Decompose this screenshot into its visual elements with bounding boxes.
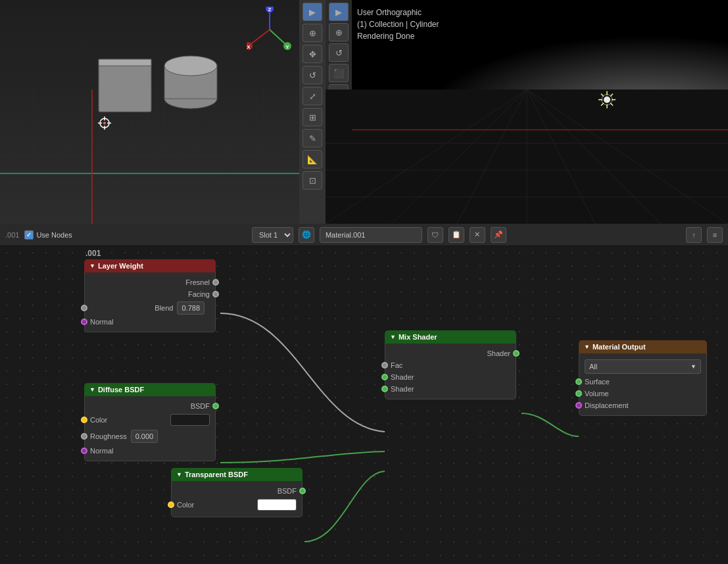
new-material-icon[interactable]: 📋 <box>449 227 464 243</box>
rotate-icon[interactable]: ↺ <box>303 66 322 84</box>
normal-label-diffuse: Normal <box>90 447 113 455</box>
layer-weight-header: ▼ Layer Weight <box>84 259 216 272</box>
svg-point-35 <box>164 56 217 76</box>
roughness-row: Roughness 0.000 <box>85 428 215 445</box>
transparent-collapse-icon[interactable]: ▼ <box>176 471 182 478</box>
svg-text:Y: Y <box>285 44 289 50</box>
facing-label: Facing <box>90 290 210 298</box>
node-canvas[interactable]: .001 ▼ Layer Weight Fresnel <box>0 246 728 564</box>
node-diffuse-bsdf[interactable]: ▼ Diffuse BSDF BSDF Color Roughn <box>84 383 216 461</box>
scale-icon[interactable]: ⤢ <box>303 87 322 105</box>
shader1-socket[interactable] <box>381 374 388 380</box>
facing-socket[interactable] <box>212 291 219 297</box>
use-nodes-checkbox[interactable]: ✓ <box>24 230 34 240</box>
fresnel-row: Fresnel <box>85 276 215 288</box>
render-viewport[interactable]: ▶ ⊕ ↺ ⬛ ◎ User Orthographic (1) Collecti… <box>326 0 728 224</box>
color-row-diffuse: Color <box>85 412 215 428</box>
volume-label: Volume <box>585 390 609 397</box>
fac-row: Fac <box>385 359 516 371</box>
roughness-socket[interactable] <box>81 433 87 440</box>
node-material-output[interactable]: ▼ Material Output All ▼ Surface <box>579 340 707 416</box>
mix-collapse-icon[interactable]: ▼ <box>390 334 396 340</box>
normal-socket-diffuse[interactable] <box>81 448 87 454</box>
volume-row: Volume <box>579 388 706 399</box>
bsdf-output-row-diffuse: BSDF <box>85 400 215 412</box>
shader-editor: .001 ✓ Use Nodes Slot 1 🌐 🛡 📋 ✕ 📌 ↑ ≡ .0… <box>0 224 728 564</box>
measure-icon[interactable]: 📐 <box>303 150 322 168</box>
datablock-icon[interactable]: 🌐 <box>299 227 314 243</box>
layer-weight-title: Layer Weight <box>98 262 143 270</box>
shader-output-label: Shader <box>391 349 510 357</box>
use-nodes-toggle[interactable]: ✓ Use Nodes <box>24 230 72 240</box>
shader2-socket[interactable] <box>381 386 388 392</box>
bsdf-output-label-diffuse: BSDF <box>90 402 210 410</box>
settings-icon[interactable]: ≡ <box>707 227 723 243</box>
cursor-icon[interactable]: ⊕ <box>303 24 322 42</box>
move-icon[interactable]: ✥ <box>303 45 322 63</box>
viewport-3d[interactable]: Z Y X <box>0 0 326 224</box>
render-grid <box>326 90 728 224</box>
color-swatch-diffuse[interactable] <box>170 414 210 426</box>
fac-socket[interactable] <box>381 362 388 369</box>
displacement-row: Displacement <box>579 399 706 411</box>
fresnel-label: Fresnel <box>90 278 210 286</box>
material-input[interactable] <box>320 227 422 243</box>
color-swatch-transparent[interactable] <box>257 499 297 511</box>
shader2-row: Shader <box>385 383 516 395</box>
annotate-icon[interactable]: ✎ <box>303 129 322 147</box>
color-socket-transparent[interactable] <box>168 501 174 508</box>
blend-value[interactable]: 0.788 <box>177 301 205 315</box>
surface-socket[interactable] <box>575 378 582 385</box>
diffuse-title: Diffuse BSDF <box>98 386 144 394</box>
node-transparent-bsdf[interactable]: ▼ Transparent BSDF BSDF Color <box>171 468 303 517</box>
use-nodes-label: Use Nodes <box>36 231 72 239</box>
normal-row-lw: Normal <box>85 316 215 328</box>
up-icon[interactable]: ↑ <box>686 227 702 243</box>
material-output-collapse-icon[interactable]: ▼ <box>584 344 590 350</box>
material-output-body: All ▼ Surface Volume Displacement <box>579 353 707 416</box>
grid-icon[interactable]: ⊡ <box>303 171 322 190</box>
select-icon[interactable]: ▶ <box>303 3 322 21</box>
shield-icon[interactable]: 🛡 <box>427 227 443 243</box>
mix-shader-title: Mix Shader <box>399 333 437 341</box>
node-id-label: .001 <box>85 249 101 258</box>
gizmo: Z Y X <box>247 7 293 55</box>
fac-label: Fac <box>391 361 402 369</box>
svg-line-54 <box>601 94 604 97</box>
facing-row: Facing <box>85 288 215 300</box>
editor-mode-label: .001 <box>5 231 19 239</box>
shader-editor-header: .001 ✓ Use Nodes Slot 1 🌐 🛡 📋 ✕ 📌 ↑ ≡ <box>0 224 728 246</box>
node-layer-weight[interactable]: ▼ Layer Weight Fresnel Facing Blend <box>84 259 216 332</box>
color-label-transparent: Color <box>177 501 253 509</box>
fresnel-socket[interactable] <box>212 279 219 286</box>
pin-icon[interactable]: 📌 <box>491 227 506 243</box>
volume-socket[interactable] <box>575 390 582 397</box>
normal-socket-lw[interactable] <box>81 319 87 325</box>
surface-row: Surface <box>579 376 706 388</box>
diffuse-collapse-icon[interactable]: ▼ <box>89 386 95 393</box>
roughness-value[interactable]: 0.000 <box>131 430 158 443</box>
color-socket-diffuse[interactable] <box>81 417 87 423</box>
blend-input-socket[interactable] <box>81 305 87 311</box>
all-label: All <box>589 363 597 371</box>
3d-toolbar: ▶ ⊕ ✥ ↺ ⤢ ⊞ ✎ 📐 ⊡ <box>299 0 326 224</box>
all-dropdown[interactable]: All ▼ <box>585 359 701 374</box>
mix-shader-output-socket[interactable] <box>513 350 520 357</box>
diffuse-header: ▼ Diffuse BSDF <box>84 383 216 396</box>
collapse-arrow-icon[interactable]: ▼ <box>89 263 95 269</box>
transparent-bsdf-socket[interactable] <box>299 488 306 494</box>
roughness-label: Roughness <box>90 432 127 440</box>
transform-icon[interactable]: ⊞ <box>303 108 322 126</box>
svg-line-57 <box>601 103 604 106</box>
svg-text:X: X <box>247 44 251 50</box>
light-source <box>597 90 617 112</box>
shader2-label: Shader <box>391 385 414 393</box>
displacement-socket[interactable] <box>575 402 582 409</box>
shader1-row: Shader <box>385 371 516 383</box>
layer-weight-body: Fresnel Facing Blend 0.788 <box>84 272 216 332</box>
diffuse-body: BSDF Color Roughness 0.000 <box>84 396 216 461</box>
close-material-icon[interactable]: ✕ <box>470 227 485 243</box>
node-mix-shader[interactable]: ▼ Mix Shader Shader Fac Shader <box>385 330 516 399</box>
slot-select[interactable]: Slot 1 <box>252 227 293 243</box>
diffuse-bsdf-socket[interactable] <box>212 403 219 409</box>
